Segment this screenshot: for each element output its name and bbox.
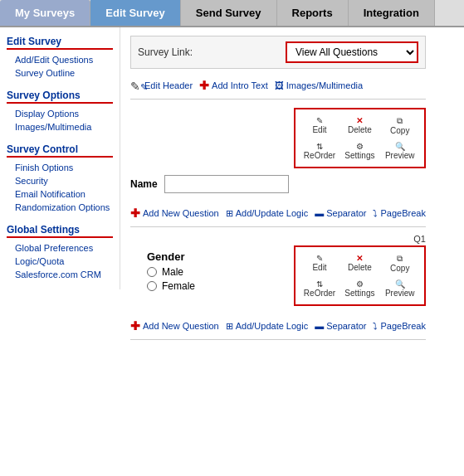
nav-reports[interactable]: Reports: [277, 0, 349, 26]
action-reorder-btn-1[interactable]: ⇅ ReOrder: [302, 140, 337, 162]
copy-label-1: Copy: [390, 126, 409, 135]
add-new-icon-1: ✚: [130, 206, 140, 220]
nav-my-surveys[interactable]: My Surveys: [0, 0, 90, 26]
top-navigation: My Surveys Edit Survey Send Survey Repor…: [0, 0, 464, 27]
add-new-question-btn-2[interactable]: ✚ Add New Question: [130, 319, 219, 333]
radio-male-circle[interactable]: [147, 267, 157, 277]
images-multimedia-btn[interactable]: 🖼 Images/Multimedia: [275, 80, 363, 90]
logic-icon-1: ⊞: [226, 208, 233, 219]
action-copy-btn-q1[interactable]: ⧉ Copy: [383, 252, 418, 274]
delete-label-1: Delete: [348, 125, 372, 134]
gender-option-female: Female: [147, 280, 286, 292]
edit-label-q1: Edit: [312, 263, 326, 272]
pagebreak-btn-2[interactable]: ⤵ PageBreak: [373, 321, 425, 331]
pagebreak-label-2: PageBreak: [380, 321, 425, 331]
action-preview-btn-1[interactable]: 🔍 Preview: [383, 140, 418, 162]
preview-icon-1: 🔍: [395, 142, 405, 151]
pagebreak-icon-2: ⤵: [373, 321, 378, 331]
survey-link-row: Survey Link: View All Questions: [130, 36, 426, 69]
name-label: Name: [130, 178, 158, 190]
bottom-toolbar-1: ✚ Add New Question ⊞ Add/Update Logic ▬ …: [130, 206, 426, 227]
sidebar-link-images-multimedia[interactable]: Images/Multimedia: [7, 120, 113, 134]
main-content: Survey Link: View All Questions ✎ Edit H…: [120, 27, 436, 475]
add-new-label-1: Add New Question: [143, 208, 219, 218]
pagebreak-icon-1: ⤵: [373, 208, 378, 218]
nav-send-survey[interactable]: Send Survey: [181, 0, 277, 26]
add-new-label-2: Add New Question: [143, 321, 219, 331]
reorder-icon-1: ⇅: [316, 142, 323, 151]
sidebar-section-survey-control: Survey Control: [7, 143, 113, 158]
nav-integration[interactable]: Integration: [349, 0, 435, 26]
action-reorder-btn-q1[interactable]: ⇅ ReOrder: [302, 278, 337, 299]
question-action-box-1: ✎ Edit ✕ Delete ⧉ Copy ⇅: [294, 108, 426, 168]
sidebar-section-edit-survey: Edit Survey: [7, 36, 113, 50]
edit-icon-q1: ✎: [316, 254, 323, 263]
action-settings-btn-q1[interactable]: ⚙ Settings: [342, 278, 377, 299]
action-settings-btn-1[interactable]: ⚙ Settings: [342, 140, 377, 162]
settings-icon-1: ⚙: [356, 142, 364, 151]
separator-label-2: Separator: [326, 321, 366, 331]
pagebreak-label-1: PageBreak: [380, 208, 425, 218]
survey-link-label: Survey Link:: [138, 46, 193, 58]
reorder-label-q1: ReOrder: [304, 289, 335, 298]
toolbar-row: ✎ Edit Header ✚ Add Intro Text 🖼 Images/…: [130, 79, 426, 100]
reorder-label-1: ReOrder: [304, 151, 335, 160]
sidebar-link-logic-quota[interactable]: Logic/Quota: [7, 255, 113, 268]
images-label: Images/Multimedia: [286, 80, 363, 90]
gender-option-male: Male: [147, 266, 286, 278]
delete-icon-1: ✕: [356, 116, 363, 125]
action-edit-btn-q1[interactable]: ✎ Edit: [302, 252, 337, 274]
sidebar-link-randomization-options[interactable]: Randomization Options: [7, 201, 113, 214]
q1-section: Q1 ✎ Edit ✕ Delete ⧉: [130, 234, 426, 340]
action-edit-btn-1[interactable]: ✎ Edit: [302, 114, 337, 137]
sidebar-link-survey-outline[interactable]: Survey Outline: [7, 66, 113, 80]
gender-female-label: Female: [162, 280, 195, 292]
name-row: Name: [130, 175, 426, 193]
settings-icon-q1: ⚙: [356, 279, 364, 289]
edit-icon-1: ✎: [316, 116, 323, 125]
sidebar-section-global-settings: Global Settings: [7, 224, 113, 238]
add-new-question-btn-1[interactable]: ✚ Add New Question: [130, 206, 219, 220]
edit-label-1: Edit: [312, 125, 326, 134]
logic-icon-2: ⊞: [226, 321, 233, 332]
preview-label-1: Preview: [385, 151, 415, 160]
separator-icon-1: ▬: [315, 208, 324, 218]
edit-header-icon: ✎: [130, 80, 142, 91]
sidebar-link-add-edit-questions[interactable]: Add/Edit Questions: [7, 53, 113, 66]
action-delete-btn-q1[interactable]: ✕ Delete: [342, 252, 377, 274]
radio-female-circle[interactable]: [147, 281, 157, 291]
nav-edit-survey[interactable]: Edit Survey: [90, 0, 181, 26]
sidebar-link-salesforce-crm[interactable]: Salesforce.com CRM: [7, 268, 113, 281]
separator-btn-1[interactable]: ▬ Separator: [315, 208, 366, 218]
action-copy-btn-1[interactable]: ⧉ Copy: [383, 114, 418, 137]
add-update-logic-btn-1[interactable]: ⊞ Add/Update Logic: [226, 208, 308, 219]
action-delete-btn-1[interactable]: ✕ Delete: [342, 114, 377, 137]
reorder-icon-q1: ⇅: [316, 279, 323, 289]
separator-label-1: Separator: [326, 208, 366, 218]
sidebar-link-security[interactable]: Security: [7, 174, 113, 187]
sidebar-link-finish-options[interactable]: Finish Options: [7, 161, 113, 174]
view-all-questions-select[interactable]: View All Questions: [286, 41, 418, 63]
images-icon: 🖼: [275, 80, 284, 90]
add-intro-text-btn[interactable]: ✚ Add Intro Text: [199, 79, 268, 92]
sidebar-link-global-preferences[interactable]: Global Preferences: [7, 241, 113, 255]
separator-btn-2[interactable]: ▬ Separator: [315, 321, 366, 331]
copy-icon-1: ⧉: [397, 116, 403, 126]
sidebar-link-display-options[interactable]: Display Options: [7, 107, 113, 120]
name-input[interactable]: [164, 175, 289, 193]
action-preview-btn-q1[interactable]: 🔍 Preview: [383, 278, 418, 299]
pagebreak-btn-1[interactable]: ⤵ PageBreak: [373, 208, 425, 218]
separator-icon-2: ▬: [315, 321, 324, 331]
preview-label-q1: Preview: [385, 289, 415, 298]
copy-icon-q1: ⧉: [397, 254, 403, 264]
settings-label-q1: Settings: [344, 289, 374, 298]
add-intro-icon: ✚: [199, 79, 209, 92]
question-action-box-q1: ✎ Edit ✕ Delete ⧉ Copy ⇅: [294, 245, 426, 306]
sidebar-link-email-notification[interactable]: Email Notification: [7, 187, 113, 201]
copy-label-q1: Copy: [390, 264, 409, 273]
logic-label-2: Add/Update Logic: [236, 321, 308, 331]
edit-header-btn[interactable]: ✎ Edit Header: [130, 80, 193, 91]
add-update-logic-btn-2[interactable]: ⊞ Add/Update Logic: [226, 321, 308, 332]
delete-label-q1: Delete: [348, 263, 372, 272]
question-area-1: ✎ Edit ✕ Delete ⧉ Copy ⇅: [130, 108, 426, 200]
